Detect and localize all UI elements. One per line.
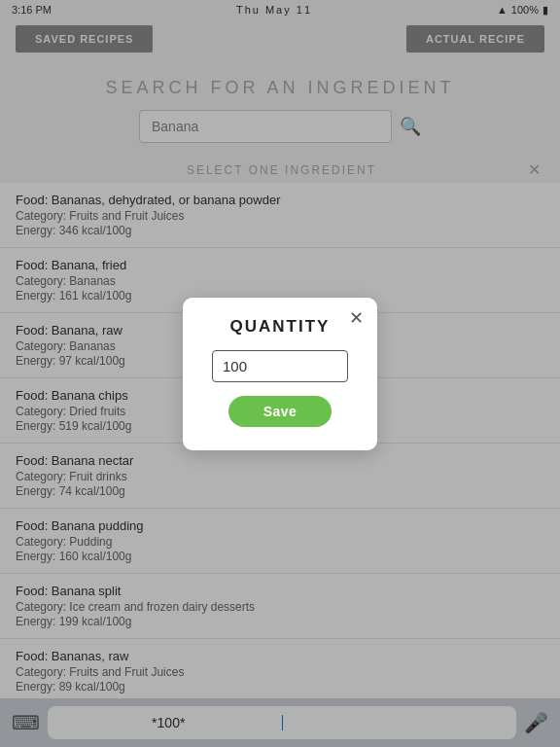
modal-overlay: ✕ QUANTITY Save (0, 0, 560, 747)
quantity-modal: ✕ QUANTITY Save (183, 298, 377, 450)
modal-save-button[interactable]: Save (228, 396, 332, 427)
modal-close-button[interactable]: ✕ (349, 307, 364, 329)
modal-title: QUANTITY (212, 317, 348, 337)
quantity-input[interactable] (212, 350, 348, 382)
